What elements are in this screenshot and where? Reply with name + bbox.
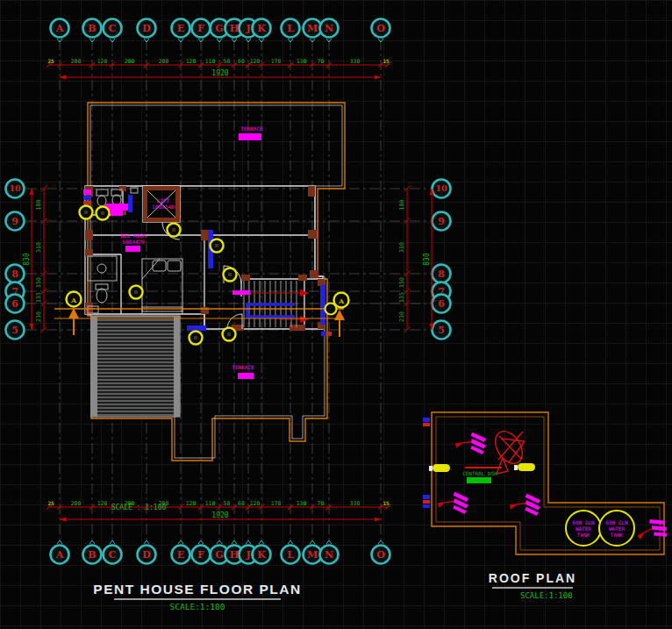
grid-bubble-left-8: 8 — [6, 265, 25, 283]
drawing-canvas[interactable]: LIFT 100X140 — [0, 0, 672, 629]
grid-bubble-bottom-L: L — [282, 546, 300, 564]
v-dim-label: 135 — [35, 292, 42, 303]
h-dim-label: 120 — [186, 500, 197, 507]
h-dim-label: 110 — [205, 58, 216, 65]
svg-text:10: 10 — [9, 183, 21, 193]
floor-plan-scale: SCALE:1:100 — [170, 602, 225, 611]
h-dim-label: 120 — [97, 500, 108, 507]
svg-text:G: G — [215, 549, 223, 561]
h-dim-label: 50 — [224, 58, 231, 65]
svg-text:M: M — [307, 549, 318, 561]
dimension-chain-horizontal: 2001202002001201105060120170130703302515 — [46, 58, 390, 68]
dish-label: CENTRAL DSH — [462, 470, 497, 476]
svg-text:600 GLN: 600 GLN — [605, 519, 628, 525]
dimension-total-horizontal: 1920 — [60, 69, 381, 80]
h-dim-label: 170 — [271, 500, 282, 507]
grid-bubble-bottom-B: B — [83, 546, 102, 564]
grid-bubble-left-9: 9 — [6, 212, 25, 231]
svg-text:15: 15 — [382, 58, 390, 64]
svg-text:8: 8 — [11, 268, 18, 280]
svg-text:O: O — [376, 549, 385, 561]
grid-bubble-bottom-E: E — [172, 546, 190, 564]
svg-text:9: 9 — [11, 216, 18, 227]
svg-text:B: B — [88, 549, 96, 561]
h-total-label: 1920 — [211, 511, 228, 519]
h-dim-label: 60 — [238, 500, 245, 507]
h-total-label: 1920 — [211, 69, 228, 77]
floor-plan-title: PENT HOUSE FLOOR PLAN — [93, 582, 301, 597]
grid-bubble-top-A: A — [51, 19, 69, 38]
terrace-top-label: TERRACE — [240, 125, 263, 132]
dish-label-bar — [467, 477, 491, 483]
dimension-chain-vertical: 180310150135230 — [35, 186, 46, 332]
drain-arrow — [454, 428, 489, 460]
svg-text:A: A — [338, 297, 345, 305]
h-dim-label: 70 — [318, 58, 325, 65]
svg-text:5: 5 — [11, 325, 18, 336]
light-symbol — [224, 268, 237, 282]
svg-text:N: N — [325, 23, 333, 34]
svg-text:F: F — [197, 549, 204, 561]
pergola-hatch — [91, 316, 180, 417]
svg-text:C: C — [109, 23, 117, 34]
dimension-total-vertical: 830 — [23, 189, 34, 330]
svg-text:6: 6 — [11, 298, 18, 310]
v-dim-label: 150 — [35, 277, 42, 288]
cad-viewport[interactable]: LIFT 100X140 — [0, 0, 672, 629]
h-dim-label: 200 — [71, 500, 82, 507]
grid-bubble-bottom-A: A — [51, 546, 69, 564]
v-dim-label: 310 — [35, 242, 42, 253]
roof-pipe-symbols — [423, 418, 430, 508]
lift-label: LIFT — [157, 197, 170, 204]
grid-bubble-top-F: F — [192, 19, 211, 38]
grid-bubble-left-10: 10 — [6, 180, 25, 198]
svg-text:M: M — [307, 23, 318, 34]
svg-text:K: K — [257, 549, 266, 561]
svg-text:15: 15 — [382, 500, 390, 506]
svg-text:A: A — [55, 549, 64, 561]
grid-bubble-top-B: B — [83, 19, 102, 38]
bedroom-size-label: 500X470 — [122, 239, 145, 245]
water-tank-1: 600 GLN WATER TANK — [566, 511, 601, 546]
v-dim-label: 150 — [398, 277, 405, 288]
grid-bubble-bottom-N: N — [320, 546, 339, 564]
v-dim-label: 310 — [398, 242, 405, 253]
light-symbol — [168, 224, 181, 237]
h-dim-label: 130 — [297, 58, 307, 65]
h-dim-label: 200 — [71, 58, 82, 65]
grid-bubble-right-9: 9 — [433, 212, 451, 231]
svg-text:A: A — [55, 23, 64, 34]
h-dim-label: 120 — [250, 58, 261, 65]
h-dim-label: 70 — [318, 500, 325, 507]
staircase — [232, 281, 309, 327]
v-dim-label: 230 — [398, 311, 405, 322]
light-symbol — [97, 207, 110, 220]
grid-bubble-bottom-D: D — [138, 546, 156, 564]
svg-text:6: 6 — [438, 298, 445, 310]
svg-text:E: E — [177, 549, 184, 561]
svg-text:J: J — [245, 549, 250, 561]
h-dim-label: 120 — [97, 58, 108, 65]
light-symbol — [223, 328, 236, 341]
svg-text:N: N — [325, 549, 333, 561]
svg-text:5: 5 — [438, 325, 445, 336]
h-dim-label: 130 — [297, 500, 307, 507]
light-symbol — [211, 239, 224, 253]
dimension-chain-vertical: 180310150135230 — [398, 186, 410, 332]
svg-text:E: E — [177, 23, 184, 34]
dimension-total-horizontal: 1920 — [60, 511, 381, 522]
stray-scale-label: SCALE : 1:100 — [111, 504, 167, 511]
h-dim-label: 60 — [238, 58, 245, 65]
v-dim-label: 230 — [35, 311, 42, 322]
svg-text:600 GLN: 600 GLN — [572, 519, 595, 525]
grid-bubble-right-10: 10 — [433, 180, 451, 198]
grid-bubble-top-C: C — [104, 19, 122, 38]
grid-bubble-bottom-K: K — [253, 546, 271, 564]
roof-plan-scale: SCALE:1:100 — [520, 591, 573, 600]
svg-text:D: D — [142, 549, 151, 561]
lift-shaft: LIFT 100X140 — [143, 186, 180, 222]
svg-text:H: H — [230, 549, 239, 561]
h-dim-label: 50 — [224, 500, 231, 507]
grid-bubble-right-6: 6 — [433, 295, 451, 313]
svg-text:H: H — [230, 23, 239, 34]
